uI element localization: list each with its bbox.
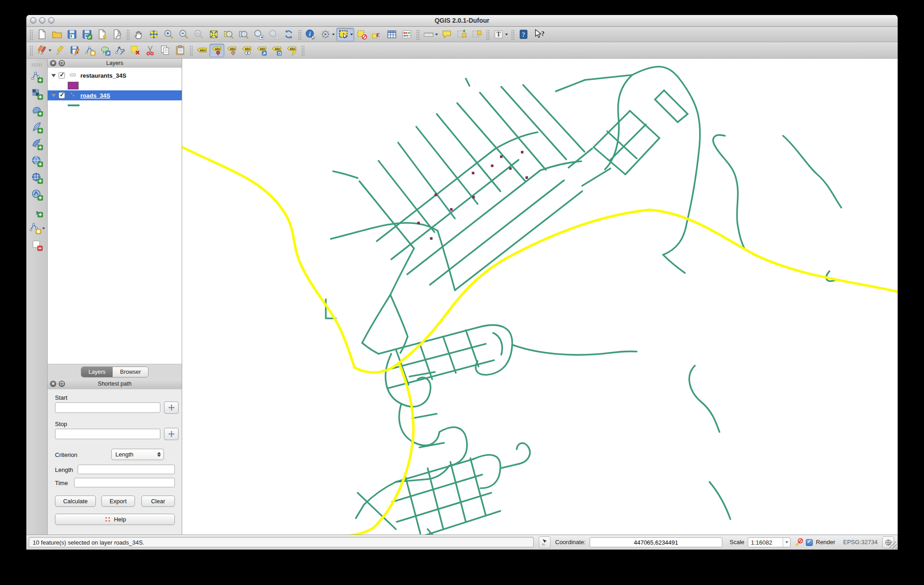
minimize-window-button[interactable]	[39, 17, 45, 24]
toolbar-drag-handle[interactable]	[29, 45, 33, 56]
move-feature-button[interactable]	[98, 44, 113, 57]
layers-tree[interactable]: restaurants_34S roads_34S	[48, 68, 182, 364]
text-annotation-button[interactable]	[491, 28, 509, 41]
tab-browser[interactable]: Browser	[113, 367, 148, 377]
help-contents-button[interactable]	[516, 28, 531, 41]
new-shapefile-layer-button[interactable]	[28, 220, 45, 237]
zoom-last-button[interactable]	[251, 28, 266, 41]
toolbar-drag-handle[interactable]	[298, 29, 302, 40]
toolbar-drag-handle[interactable]	[29, 29, 33, 40]
remove-layer-group-button[interactable]	[28, 237, 45, 253]
help-button[interactable]: Help	[55, 514, 175, 525]
toolbar-drag-handle[interactable]	[189, 45, 193, 56]
toolbar-drag-handle[interactable]	[31, 63, 42, 67]
new-project-button[interactable]	[35, 28, 50, 41]
save-project-as-button[interactable]	[79, 28, 94, 41]
float-panel-button[interactable]: ❐	[59, 60, 65, 66]
open-attribute-table-button[interactable]	[384, 28, 399, 41]
time-output-field[interactable]	[74, 478, 175, 487]
add-raster-layer-button[interactable]	[28, 85, 45, 102]
toggle-editing-button[interactable]	[53, 44, 68, 57]
map-canvas[interactable]	[182, 59, 898, 535]
zoom-in-button[interactable]	[161, 28, 176, 41]
current-edits-button[interactable]	[35, 44, 53, 57]
composer-manager-button[interactable]	[109, 28, 124, 41]
layer-item-roads[interactable]: roads_34S	[48, 90, 182, 100]
close-panel-button[interactable]: ✕	[50, 381, 56, 387]
pan-to-selection-button[interactable]	[146, 28, 161, 41]
copy-features-button[interactable]	[158, 44, 173, 57]
whats-this-button[interactable]	[531, 28, 546, 41]
paste-features-button[interactable]	[173, 44, 188, 57]
zoom-next-button[interactable]	[266, 28, 281, 41]
add-postgis-layer-button[interactable]	[28, 102, 45, 119]
mouse-position-toggle-button[interactable]	[539, 536, 551, 548]
stop-input[interactable]	[55, 429, 160, 439]
deselect-all-button[interactable]	[354, 28, 369, 41]
add-delimited-text-layer-button[interactable]	[28, 203, 45, 220]
zoom-window-button[interactable]	[48, 17, 55, 24]
scale-combobox[interactable]: 1:16082	[748, 537, 790, 547]
capture-stop-point-button[interactable]	[164, 428, 179, 440]
float-panel-button[interactable]: ❐	[59, 381, 65, 387]
close-window-button[interactable]	[30, 17, 36, 24]
close-panel-button[interactable]: ✕	[50, 60, 56, 66]
toolbar-drag-handle[interactable]	[416, 29, 420, 40]
tab-layers[interactable]: Layers	[81, 367, 113, 377]
open-project-button[interactable]	[50, 28, 65, 41]
highlight-pinned-labels-button[interactable]	[224, 44, 239, 57]
labeling-options-button[interactable]	[194, 44, 209, 57]
toolbar-drag-handle[interactable]	[486, 29, 490, 40]
add-vector-layer-button[interactable]	[28, 69, 45, 85]
stop-rendering-button[interactable]	[793, 536, 805, 548]
delete-selected-button[interactable]	[128, 44, 143, 57]
zoom-to-selection-button[interactable]	[221, 28, 236, 41]
show-hide-labels-button[interactable]	[239, 44, 254, 57]
add-wms-layer-button[interactable]	[28, 153, 45, 169]
add-wfs-layer-button[interactable]	[28, 186, 45, 203]
measure-line-button[interactable]	[421, 28, 439, 41]
select-by-rectangle-button[interactable]	[336, 28, 354, 41]
save-project-button[interactable]	[65, 28, 79, 41]
add-wcs-layer-button[interactable]	[28, 169, 45, 186]
title-bar[interactable]: QGIS 2.0.1-Dufour	[26, 15, 898, 27]
field-calculator-button[interactable]	[399, 28, 414, 41]
zoom-out-button[interactable]	[176, 28, 191, 41]
save-layer-edits-button[interactable]	[68, 44, 83, 57]
zoom-to-layer-button[interactable]	[236, 28, 251, 41]
capture-start-point-button[interactable]	[164, 402, 179, 414]
add-spatialite-layer-button[interactable]	[28, 119, 45, 136]
coordinate-input[interactable]	[590, 537, 722, 547]
new-print-composer-button[interactable]	[94, 28, 109, 41]
pin-unpin-labels-button[interactable]	[209, 44, 224, 57]
add-feature-button[interactable]	[83, 44, 98, 57]
layer-visibility-checkbox[interactable]	[59, 72, 65, 79]
map-tips-button[interactable]	[439, 28, 454, 41]
length-output-field[interactable]	[78, 465, 175, 474]
refresh-button[interactable]	[281, 28, 296, 41]
render-checkbox[interactable]	[806, 539, 813, 546]
change-label-properties-button[interactable]	[284, 44, 299, 57]
zoom-full-button[interactable]	[206, 28, 221, 41]
criterion-select[interactable]: Length	[111, 449, 164, 460]
export-button[interactable]: Export	[101, 496, 135, 507]
move-label-button[interactable]	[254, 44, 269, 57]
calculate-button[interactable]: Calculate	[55, 496, 96, 507]
new-bookmark-button[interactable]	[454, 28, 469, 41]
toolbar-drag-handle[interactable]	[301, 45, 305, 56]
select-by-expression-button[interactable]	[369, 28, 384, 41]
rotate-label-button[interactable]	[269, 44, 284, 57]
toolbar-drag-handle[interactable]	[511, 29, 515, 40]
layer-item-restaurants[interactable]: restaurants_34S	[48, 70, 182, 80]
identify-features-button[interactable]	[303, 28, 318, 41]
toolbar-drag-handle[interactable]	[126, 29, 130, 40]
expand-triangle-icon[interactable]	[51, 94, 56, 97]
add-mssql-layer-button[interactable]	[28, 136, 45, 153]
cut-features-button[interactable]	[143, 44, 158, 57]
layer-visibility-checkbox[interactable]	[59, 92, 65, 99]
expand-triangle-icon[interactable]	[51, 74, 56, 77]
window-resize-grip[interactable]	[889, 541, 897, 549]
node-tool-button[interactable]	[113, 44, 128, 57]
pan-map-button[interactable]	[131, 28, 146, 41]
start-input[interactable]	[55, 402, 160, 413]
